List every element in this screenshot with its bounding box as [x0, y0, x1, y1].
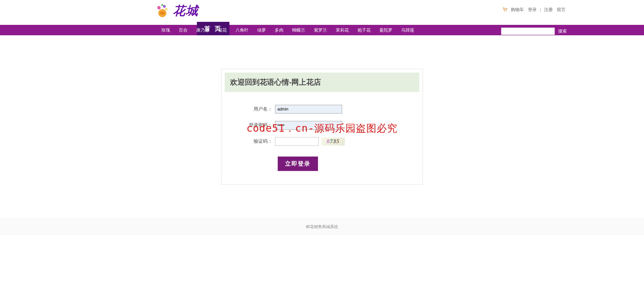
cart-icon	[502, 7, 507, 11]
svg-point-6	[506, 10, 506, 11]
main-content: 欢迎回到花语心情-网上花店 用户名： 登录密码： 验证码： 8735	[0, 35, 644, 218]
nav-item-pothos[interactable]: 绿萝	[253, 25, 270, 35]
message-link[interactable]: 留言	[557, 7, 566, 12]
username-label: 用户名：	[225, 106, 275, 112]
separator: |	[540, 7, 541, 12]
svg-point-4	[165, 8, 167, 10]
login-title: 欢迎回到花语心情-网上花店	[225, 73, 419, 92]
password-input[interactable]	[275, 121, 342, 130]
nav-item-violet[interactable]: 紫罗兰	[310, 25, 331, 35]
nav-item-calla[interactable]: 马蹄莲	[397, 25, 419, 35]
login-link[interactable]: 登录	[528, 7, 537, 12]
username-input[interactable]	[275, 105, 342, 114]
svg-point-1	[160, 11, 165, 15]
nav-item-rose[interactable]: 玫瑰	[157, 25, 174, 35]
nav-bar: 玫瑰 百合 康乃馨 菊花 八角叶 绿萝 多肉 蝴蝶兰 紫罗兰 茉莉花 栀子花 曼…	[0, 25, 644, 35]
login-panel: 欢迎回到花语心情-网上花店 用户名： 登录密码： 验证码： 8735	[221, 69, 423, 185]
svg-point-5	[504, 10, 505, 11]
footer: 鲜花销售商城系统	[0, 218, 644, 235]
nav-links: 玫瑰 百合 康乃馨 菊花 八角叶 绿萝 多肉 蝴蝶兰 紫罗兰 茉莉花 栀子花 曼…	[154, 25, 419, 35]
logo-icon	[154, 3, 170, 19]
nav-item-chrysanthemum[interactable]: 菊花	[214, 25, 231, 35]
footer-text: 鲜花销售商城系统	[306, 224, 338, 229]
nav-item-gardenia[interactable]: 栀子花	[353, 25, 375, 35]
search-box: 搜索	[501, 26, 567, 36]
register-link[interactable]: 注册	[544, 7, 553, 12]
captcha-image[interactable]: 8735	[321, 137, 345, 145]
captcha-input[interactable]	[275, 137, 319, 146]
top-links: 购物车 登录 | 注册 留言	[502, 7, 567, 13]
nav-item-carnation[interactable]: 康乃馨	[192, 25, 214, 35]
logo-text: 花城	[173, 3, 199, 19]
nav-item-datura[interactable]: 曼陀罗	[375, 25, 397, 35]
header: 花城 购物车 登录 | 注册 留言 首 页	[0, 0, 644, 25]
nav-item-jasmine[interactable]: 茉莉花	[331, 25, 353, 35]
site-logo[interactable]: 花城	[154, 3, 199, 19]
search-input[interactable]	[501, 28, 555, 35]
captcha-label: 验证码：	[225, 138, 275, 144]
login-form: 用户名： 登录密码： 验证码： 8735 立	[225, 92, 419, 181]
nav-item-lily[interactable]: 百合	[174, 25, 192, 35]
nav-item-succulent[interactable]: 多肉	[270, 25, 288, 35]
cart-link[interactable]: 购物车	[511, 7, 524, 12]
nav-item-butterfly-orchid[interactable]: 蝴蝶兰	[288, 25, 310, 35]
login-submit-button[interactable]: 立即登录	[278, 157, 318, 171]
nav-item-bajiaoye[interactable]: 八角叶	[231, 25, 253, 35]
password-label: 登录密码：	[225, 122, 275, 128]
svg-point-2	[157, 6, 161, 9]
search-button[interactable]: 搜索	[558, 26, 567, 36]
